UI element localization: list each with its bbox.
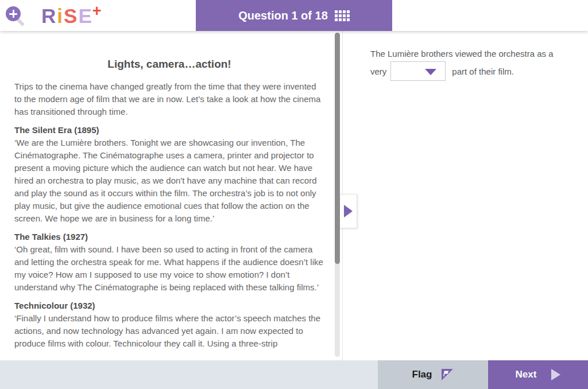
- question-navigator-grid-icon[interactable]: [335, 10, 350, 21]
- section-heading: The Talkies (1927): [14, 231, 324, 243]
- question-text-line2: very part of their film.: [370, 61, 565, 81]
- logo-plus: +: [92, 2, 103, 20]
- section-body: ‘Finally I understand how to produce fil…: [14, 312, 324, 350]
- section-body: ‘We are the Lumière brothers. Tonight we…: [14, 137, 324, 225]
- assessment-player: R i S E + Question 1 of 18 Lights, camer…: [0, 0, 588, 389]
- plus-icon: [13, 10, 14, 18]
- reading-passage: Lights, camera…action! Trips to the cine…: [14, 57, 324, 350]
- logo-letter: S: [64, 5, 78, 28]
- question-panel: The Lumière brothers viewed the orchestr…: [342, 31, 588, 360]
- passage-scrollbar-track[interactable]: [335, 33, 340, 357]
- main-content: Lights, camera…action! Trips to the cine…: [0, 31, 588, 360]
- question-text-after-blank: part of their film.: [452, 67, 514, 76]
- next-button-label: Next: [516, 369, 537, 380]
- logo-letter: i: [57, 5, 64, 28]
- chevron-right-icon: [344, 205, 353, 217]
- logo-letter: R: [41, 5, 57, 28]
- section-heading: The Silent Era (1895): [14, 124, 324, 137]
- chevron-down-icon: [425, 69, 436, 75]
- rise-plus-logo: R i S E +: [41, 3, 103, 29]
- footer-spacer: [0, 360, 378, 389]
- footer-bar: Flag Next: [0, 360, 588, 389]
- passage-intro: Trips to the cinema have changed greatly…: [14, 80, 324, 118]
- passage-panel: Lights, camera…action! Trips to the cine…: [0, 31, 342, 360]
- section-body: ‘Oh great, film with sound. I have been …: [14, 243, 324, 294]
- next-button[interactable]: Next: [488, 360, 588, 389]
- question-progress-header: Question 1 of 18: [196, 0, 392, 31]
- question-text-line1: The Lumière brothers viewed the orchestr…: [370, 48, 565, 60]
- question-text-before-blank: very: [370, 67, 386, 76]
- magnifier-lens: [6, 6, 21, 21]
- question-progress-label: Question 1 of 18: [238, 9, 328, 22]
- flag-icon: [441, 368, 454, 381]
- answer-dropdown[interactable]: [390, 61, 446, 81]
- expand-passage-button[interactable]: [340, 194, 357, 228]
- passage-scrollbar-thumb[interactable]: [335, 33, 340, 264]
- section-heading: Technicolour (1932): [14, 299, 324, 312]
- arrow-right-icon: [551, 369, 560, 380]
- flag-button-label: Flag: [412, 369, 432, 380]
- logo-letter: E: [78, 5, 92, 28]
- zoom-in-icon[interactable]: [6, 6, 26, 27]
- top-bar: R i S E + Question 1 of 18: [0, 0, 588, 31]
- flag-button[interactable]: Flag: [378, 360, 488, 389]
- passage-title: Lights, camera…action!: [14, 57, 324, 71]
